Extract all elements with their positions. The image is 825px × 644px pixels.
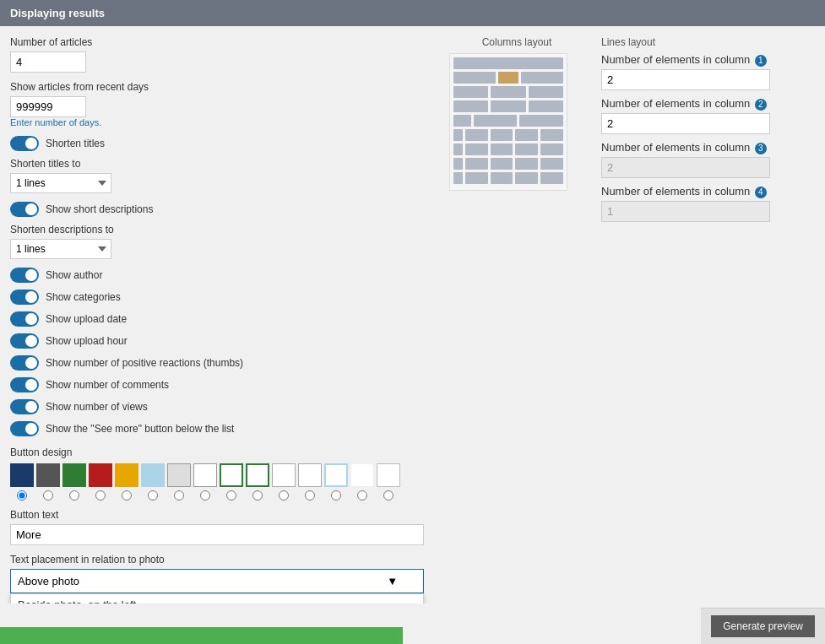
color-swatch-white-blue[interactable]: [324, 463, 348, 487]
layout-row-6: [453, 129, 563, 141]
layout-block: [465, 172, 488, 184]
color-swatch-red[interactable]: [89, 463, 112, 487]
color-swatch-white-green2[interactable]: [246, 463, 269, 487]
text-placement-section: Text placement in relation to photo Abov…: [10, 554, 432, 593]
show-views-label: Show number of views: [46, 401, 148, 413]
show-comments-row: Show number of comments: [10, 377, 432, 392]
lines-col1-input[interactable]: [601, 69, 770, 90]
text-placement-dropdown[interactable]: Above photo ▼: [10, 569, 424, 593]
show-views-toggle[interactable]: [10, 399, 39, 414]
color-swatch-white-green[interactable]: [220, 463, 243, 487]
col2-badge: 2: [755, 99, 767, 111]
dropdown-container: Above photo ▼ Beside photo, on the left …: [10, 569, 432, 593]
layout-block: [519, 115, 563, 127]
radio-item-4[interactable]: [115, 490, 138, 501]
layout-block: [540, 129, 563, 141]
shorten-desc-select[interactable]: 1 lines 2 lines 3 lines: [10, 239, 111, 259]
radio-item-8[interactable]: [220, 490, 243, 501]
dropdown-option-0[interactable]: Beside photo, on the left: [11, 594, 423, 603]
radio-item-12[interactable]: [324, 490, 348, 501]
radio-item-14[interactable]: [377, 490, 400, 501]
recent-days-hint: Enter number of days.: [10, 117, 432, 127]
main-content: Number of articles Show articles from re…: [0, 26, 825, 603]
button-text-input[interactable]: [10, 524, 424, 545]
color-swatch-gray[interactable]: [36, 463, 60, 487]
radio-item-3[interactable]: [89, 490, 112, 501]
lines-col3-input[interactable]: [601, 157, 770, 178]
color-swatch-green[interactable]: [62, 463, 86, 487]
color-swatch-white-gray[interactable]: [272, 463, 296, 487]
color-swatch-yellow[interactable]: [115, 463, 138, 487]
shorten-titles-to-label: Shorten titles to: [10, 158, 432, 170]
radio-item-0[interactable]: [10, 490, 34, 501]
show-upload-hour-toggle[interactable]: [10, 333, 39, 349]
color-swatch-white1[interactable]: [193, 463, 217, 487]
color-swatch-white-light2[interactable]: [377, 463, 400, 487]
show-author-toggle[interactable]: [10, 268, 39, 283]
lines-layout-title: Lines layout: [601, 36, 815, 48]
layout-block: [521, 72, 563, 84]
show-see-more-label: Show the "See more" button below the lis…: [46, 423, 234, 435]
lines-col2-group: Number of elements in column 2: [601, 97, 815, 134]
layout-block: [515, 158, 538, 170]
show-positive-reactions-toggle[interactable]: [10, 355, 39, 371]
button-text-section: Button text: [10, 509, 432, 545]
shorten-titles-to-group: Shorten titles to 1 lines 2 lines 3 line…: [10, 158, 432, 193]
show-short-desc-toggle[interactable]: [10, 202, 39, 217]
radio-item-5[interactable]: [141, 490, 165, 501]
shorten-titles-label: Shorten titles: [46, 138, 105, 149]
show-positive-reactions-label: Show number of positive reactions (thumb…: [46, 357, 243, 369]
show-comments-toggle[interactable]: [10, 377, 39, 392]
col1-badge: 1: [755, 55, 767, 67]
radio-item-1[interactable]: [36, 490, 60, 501]
columns-layout-title: Columns layout: [449, 36, 584, 48]
layout-block: [465, 158, 488, 170]
button-design-section: Button design: [10, 446, 432, 501]
show-author-label: Show author: [46, 269, 102, 281]
color-swatch-lightgray[interactable]: [167, 463, 191, 487]
layout-block: [465, 129, 488, 141]
layout-row-5: [453, 115, 563, 127]
show-upload-date-label: Show upload date: [46, 313, 127, 325]
radio-item-13[interactable]: [350, 490, 374, 501]
color-swatch-lightblue[interactable]: [141, 463, 165, 487]
color-swatch-white-gray2[interactable]: [298, 463, 322, 487]
col3-badge: 3: [755, 143, 767, 154]
color-swatch-white-light[interactable]: [350, 463, 374, 487]
show-categories-row: Show categories: [10, 290, 432, 305]
radio-item-9[interactable]: [246, 490, 269, 501]
layout-block: [540, 158, 563, 170]
lines-col2-input[interactable]: [601, 113, 770, 134]
columns-layout-visual: [449, 53, 567, 191]
radio-item-11[interactable]: [298, 490, 322, 501]
color-swatch-navy[interactable]: [10, 463, 34, 487]
radio-item-2[interactable]: [62, 490, 86, 501]
show-comments-label: Show number of comments: [46, 379, 169, 391]
lines-col4-group: Number of elements in column 4: [601, 185, 815, 222]
layout-block: [491, 143, 513, 155]
radio-item-7[interactable]: [193, 490, 217, 501]
layout-row-1: [453, 57, 563, 69]
shorten-titles-select[interactable]: 1 lines 2 lines 3 lines: [10, 173, 111, 193]
layout-block: [453, 72, 496, 84]
show-categories-label: Show categories: [46, 291, 121, 303]
show-upload-hour-label: Show upload hour: [46, 335, 128, 347]
recent-days-input[interactable]: [10, 96, 86, 117]
show-categories-toggle[interactable]: [10, 290, 39, 305]
layout-block: [453, 115, 471, 127]
lines-col4-input[interactable]: [601, 201, 770, 222]
dropdown-selected-value: Above photo: [18, 575, 79, 587]
layout-block: [453, 86, 488, 98]
layout-block: [529, 100, 563, 112]
shorten-titles-toggle[interactable]: [10, 136, 39, 151]
show-see-more-toggle[interactable]: [10, 421, 39, 436]
layout-block: [515, 143, 538, 155]
show-upload-date-toggle[interactable]: [10, 311, 39, 327]
layout-block: [529, 86, 563, 98]
show-upload-date-row: Show upload date: [10, 311, 432, 327]
header-title: Displaying results: [10, 7, 105, 19]
layout-block: [491, 86, 525, 98]
num-articles-input[interactable]: [10, 51, 86, 73]
radio-item-10[interactable]: [272, 490, 296, 501]
radio-item-6[interactable]: [167, 490, 191, 501]
